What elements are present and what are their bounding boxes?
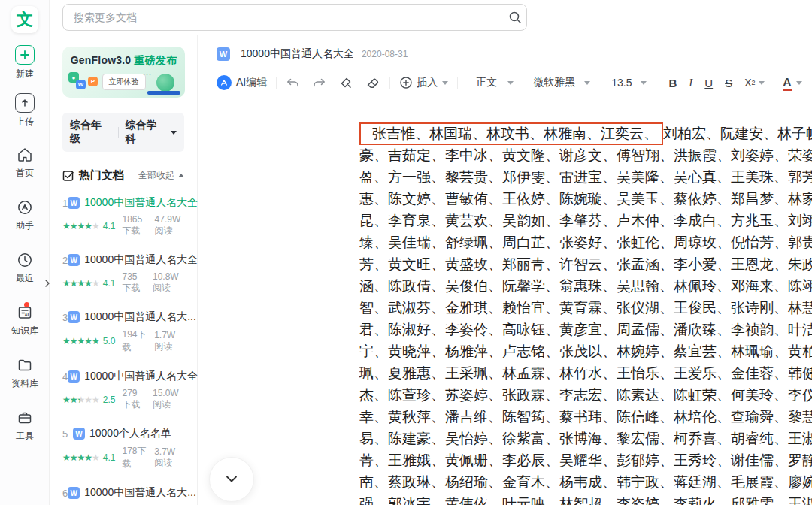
notification-dot — [24, 302, 29, 307]
font-size-select[interactable]: 13.5 — [611, 77, 647, 89]
ai-logo-icon — [217, 75, 232, 90]
list-item[interactable]: 2W10000中国普通人名大全 ★★★★★★★★★★4.1735下载10.8W阅… — [62, 253, 184, 295]
collapse-all-button[interactable]: 全部收起 — [138, 169, 184, 182]
insert-button[interactable]: 插入 — [399, 76, 448, 89]
doc-line[interactable]: 豪、吉茹定、李中冰、黄文隆、谢彦文、傅智翔、洪振霞、刘姿婷、荣姿康、吕致 — [359, 144, 803, 166]
rail-item-new[interactable]: 新建 — [15, 45, 35, 80]
document-body[interactable]: 张吉惟、林国瑞、林玟书、林雅南、江奕云、刘柏宏、阮建安、林子帆、夏志 豪、吉茹定… — [359, 122, 803, 505]
list-item[interactable]: 4W10000中国普通人名大全 ★★★★★★★★★★2.5279下载15.0W阅… — [62, 370, 184, 411]
rail-item-recent[interactable]: 最近 — [16, 251, 34, 285]
doc-line[interactable]: 盈、方一强、黎芸贵、郑伊雯、雷进宝、吴美隆、吴心真、王美珠、郭芳天、李雅 — [359, 166, 803, 188]
rail-item-upload[interactable]: 上传 — [15, 93, 35, 129]
list-item[interactable]: 5W10000个人名名单 ★★★★★★★★★★4.1178下载3.7W阅读 — [62, 427, 184, 470]
doc-title[interactable]: 10000中国普通人名大全 — [84, 253, 198, 267]
document-date: 2020-08-31 — [362, 49, 408, 59]
doc-line[interactable]: 臻、吴佳瑞、舒绿珮、周白芷、张姿好、张虹伦、周琼玫、倪怡芳、郭贵妃、杨佩 — [359, 231, 803, 253]
list-item[interactable]: 1W10000中国普通人名大全 ★★★★★★★★★★4.11865下载47.9W… — [62, 196, 184, 237]
genflow-banner[interactable]: GenFlow3.0 重磅发布 ● W P 立即体验 ··· — [62, 47, 185, 98]
star-rating: ★★★★★★★★★★ — [62, 222, 99, 231]
rail-label: 上传 — [16, 116, 34, 129]
doc-title[interactable]: 10000中国普通人名大全 — [84, 370, 198, 383]
word-doc-icon: W — [217, 47, 230, 61]
rail-item-knowledge[interactable]: AI 知识库 — [11, 304, 38, 337]
rank: 1 — [62, 198, 68, 209]
ai-edit-button[interactable]: AI编辑 — [217, 75, 267, 90]
hot-docs-title: 热门文档 — [79, 168, 124, 183]
rating-value: 4.1 — [103, 278, 116, 289]
toolbar-divider — [276, 77, 277, 89]
rail-item-library[interactable]: 资料库 — [11, 356, 38, 390]
rank: 3 — [62, 312, 68, 323]
font-family-select[interactable]: 微软雅黑 — [533, 76, 590, 89]
chevron-down-icon — [584, 81, 590, 85]
italic-button[interactable]: I — [689, 77, 692, 89]
rail-label: 知识库 — [11, 325, 38, 337]
read-count: 1.7W阅读 — [154, 330, 184, 353]
doc-line[interactable]: 芳、黄文旺、黄盛玫、郑丽青、许智云、张孟涵、李小爱、王恩龙、朱政廷、邓诗 — [359, 253, 803, 275]
eraser-button[interactable] — [365, 75, 380, 90]
doc-line[interactable]: 南、蔡政琳、杨绍瑜、金育木、杨韦成、韩宁政、蒋廷湖、毛展霞、廖婉宏、黄怡 — [359, 471, 803, 493]
download-count: 194下载 — [122, 328, 147, 354]
doc-line[interactable]: 惠、陈文婷、曹敏侑、王依婷、陈婉璇、吴美玉、蔡依婷、郑昌梦、林家纶、黄丽 — [359, 188, 803, 210]
download-count: 735下载 — [122, 271, 146, 295]
rail-item-assistant[interactable]: 助手 — [16, 198, 34, 232]
app-logo[interactable]: 文 — [11, 6, 38, 33]
rail-label: 助手 — [16, 219, 34, 232]
doc-line[interactable]: 涵、陈政倩、吴俊伯、阮馨学、翁惠珠、吴思翰、林佩玲、邓海来、陈翊依、李建 — [359, 275, 803, 297]
doc-title[interactable]: 10000中国普通人名大... — [84, 486, 196, 500]
doc-line[interactable]: 珮、夏雅惠、王采珮、林孟霖、林竹水、王怡乐、王爱乐、金佳蓉、韩健毓、李士 — [359, 362, 803, 384]
doc-line[interactable]: 昆、李育泉、黄芸欢、吴韵如、李肇芬、卢木仲、李成白、方兆玉、刘翊惠、丁汉 — [359, 210, 803, 231]
paragraph-style-select[interactable]: 正文 — [476, 76, 514, 89]
star-rating: ★★★★★★★★★★ — [62, 279, 99, 288]
doc-line[interactable]: 杰、陈萱珍、苏姿婷、张政霖、李志宏、陈素达、陈虹荣、何美玲、李仪琳、张俞 — [359, 384, 803, 406]
download-count: 1865下载 — [122, 214, 147, 237]
hot-docs-list: 1W10000中国普通人名大全 ★★★★★★★★★★4.11865下载47.9W… — [62, 196, 184, 505]
rank: 4 — [62, 371, 68, 383]
ppt-app-icon: P — [88, 77, 98, 86]
format-painter-button[interactable] — [338, 75, 353, 90]
underline-button[interactable]: U — [704, 77, 713, 89]
scroll-down-button[interactable] — [209, 457, 254, 502]
rail-label: 资料库 — [11, 377, 38, 390]
word-doc-icon: W — [68, 311, 80, 323]
doc-title[interactable]: 10000中国普通人名大... — [84, 310, 196, 324]
sidebar: GenFlow3.0 重磅发布 ● W P 立即体验 ··· 综合年级 综合学科… — [50, 35, 198, 505]
doc-line[interactable]: 幸、黄秋萍、潘吉维、陈智筠、蔡书玮、陈信峰、林培伦、查瑜舜、黎慧萱、郑士 — [359, 406, 803, 428]
font-color-glyph: A — [783, 75, 792, 90]
redo-button[interactable] — [312, 76, 326, 90]
strikethrough-button[interactable]: S — [725, 77, 732, 89]
doc-line[interactable]: 智、武淑芬、金雅琪、赖怡宜、黄育霖、张仪湖、王俊民、张诗刚、林慧颖、沈俊 — [359, 297, 803, 319]
bold-button[interactable]: B — [668, 77, 677, 89]
sidebar-expand-handle[interactable] — [43, 278, 52, 289]
doc-line[interactable]: 菁、王雅娥、黄佩珊、李必辰、吴耀华、彭郁婷、王秀玲、谢佳儒、罗静蓁、杨舒 — [359, 449, 803, 471]
doc-line-first[interactable]: 张吉惟、林国瑞、林玟书、林雅南、江奕云、刘柏宏、阮建安、林子帆、夏志 — [359, 122, 803, 144]
doc-line[interactable]: 易、陈建豪、吴怡婷、徐紫富、张博海、黎宏儒、柯乔喜、胡睿纯、王淑月、陈百 — [359, 428, 803, 449]
rail-item-home[interactable]: 首页 — [16, 146, 34, 180]
filter-grade[interactable]: 综合年级 — [70, 119, 111, 146]
rail-item-tools[interactable]: 工具 — [16, 409, 34, 443]
rank: 2 — [62, 255, 68, 266]
read-count: 3.7W阅读 — [154, 446, 184, 470]
word-doc-icon: W — [68, 370, 80, 383]
plus-icon — [15, 45, 35, 65]
search-icon[interactable] — [508, 11, 522, 24]
filter-bar[interactable]: 综合年级 综合学科 — [62, 113, 184, 152]
font-color-button[interactable]: A — [783, 75, 803, 90]
doc-title[interactable]: 10000中国普通人名大全 — [84, 196, 198, 210]
doc-line[interactable]: 宇、黄晓萍、杨雅萍、卢志铭、张茂以、林婉婷、蔡宜芸、林珮瑜、黄柏仪、周逸 — [359, 340, 803, 362]
doc-title[interactable]: 10000个人名名单 — [89, 427, 171, 440]
doc-line[interactable]: 强、郭冰宇、黄伟依、叶元映、林智超、李姿婷、李莉火、邱雅雯、王淑芳、陈枝 — [359, 493, 803, 505]
star-rating: ★★★★★★★★★★ — [62, 337, 99, 346]
doc-line[interactable]: 君、陈淑好、李姿伶、高咏钰、黄彦宜、周孟儒、潘欣臻、李祯韵、叶洁启、梁哲 — [359, 319, 803, 340]
banner-globe-illustration — [156, 74, 174, 92]
banner-cta-button[interactable]: 立即体验 — [102, 74, 146, 90]
undo-button[interactable] — [286, 76, 300, 90]
highlighted-names[interactable]: 张吉惟、林国瑞、林玟书、林雅南、江奕云、 — [359, 122, 663, 145]
list-item[interactable]: 3W10000中国普通人名大... ★★★★★★★★★★5.0194下载1.7W… — [62, 310, 184, 354]
search-input[interactable] — [62, 4, 527, 31]
clock-icon — [16, 251, 34, 269]
subscript-button[interactable]: X2 — [744, 77, 764, 89]
download-count: 178下载 — [122, 445, 147, 470]
filter-subject[interactable]: 综合学科 — [125, 119, 166, 146]
list-item[interactable]: 6W10000中国普通人名大... ★★★★★★★★★★5.01下载732阅读 — [62, 486, 184, 505]
